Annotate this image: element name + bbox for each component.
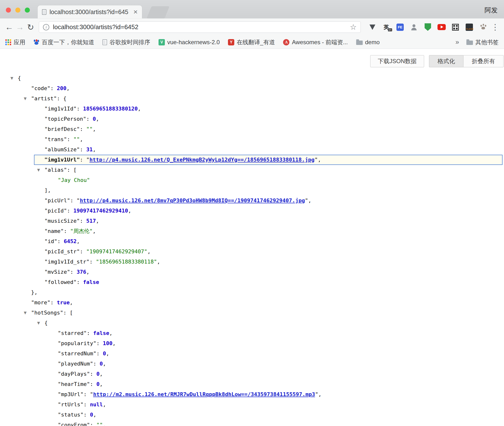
bookmark-item[interactable]: Y在线翻译_有道 (228, 38, 275, 46)
json-token: : (80, 218, 86, 224)
bookmark-item[interactable]: Vvue-hackernews-2.0 (159, 39, 220, 46)
json-token: : (70, 269, 77, 275)
other-bookmarks-button[interactable]: 其他书签 (466, 38, 499, 46)
close-window-button[interactable] (6, 8, 11, 13)
json-token: : (80, 146, 86, 153)
json-line: "Jay Chou" (0, 175, 504, 185)
reload-button[interactable]: ↻ (25, 22, 36, 32)
tab-close-icon[interactable]: × (133, 8, 138, 16)
json-url-link[interactable]: http://m2.music.126.net/RMJR7wDullRqppBk… (93, 391, 315, 397)
menu-kebab-icon[interactable]: ⋮ (491, 22, 499, 32)
json-token: "img1v1Id" (44, 106, 76, 112)
extension-button[interactable]: 英en (382, 23, 390, 31)
json-line: "img1v1Id": 18569651883380120, (0, 104, 504, 114)
bookmarks-bar: 应用百度一下，你就知道谷歌按时间排序Vvue-hackernews-2.0Y在线… (0, 36, 504, 49)
json-token: : (57, 95, 63, 102)
extension-button[interactable] (424, 23, 432, 31)
json-token: 0 (90, 412, 93, 418)
json-line: "playedNum": 0, (0, 359, 504, 369)
bookmark-item[interactable]: 谷歌按时间排序 (102, 38, 150, 46)
bookmark-label: 在线翻译_有道 (237, 38, 275, 46)
json-line: "starredNum": 0, (0, 349, 504, 359)
json-token: 376 (76, 269, 86, 275)
bookmarks-items: 应用百度一下，你就知道谷歌按时间排序Vvue-hackernews-2.0Y在线… (5, 38, 455, 46)
json-line: "topicPerson": 0, (0, 114, 504, 124)
json-token: , (93, 412, 96, 418)
json-token: , (157, 259, 160, 265)
collapse-triangle-icon[interactable]: ▼ (24, 94, 27, 104)
json-token: "img1v1Id_str" (44, 259, 89, 265)
site-info-icon[interactable]: i (43, 24, 49, 30)
address-bar[interactable]: i localhost:3000/artists?id=6452 ☆ (39, 21, 361, 33)
bookmark-label: demo (365, 39, 380, 46)
json-line: "img1v1Url": "http://p4.music.126.net/Q_… (34, 155, 503, 165)
extension-button[interactable] (437, 23, 446, 31)
format-button[interactable]: 格式化 (429, 55, 463, 67)
json-token: "popularity" (58, 340, 96, 346)
json-token: 6452 (64, 238, 76, 244)
json-line: "hearTime": 0, (0, 379, 504, 389)
json-token: 0 (93, 116, 96, 122)
bookmark-star-icon[interactable]: ☆ (350, 23, 357, 32)
json-token: "rtUrls" (58, 401, 84, 408)
page-favicon-icon (42, 9, 46, 15)
flag-extension-icon (370, 25, 375, 30)
json-token: "hotSongs" (31, 310, 63, 316)
json-token: " (315, 157, 318, 163)
bookmark-item[interactable]: 应用 (5, 38, 25, 46)
json-token: { (63, 95, 66, 102)
collapse-all-button[interactable]: 折叠所有 (463, 55, 504, 67)
json-line: ▼{ (0, 73, 504, 83)
collapse-triangle-icon[interactable]: ▼ (37, 165, 40, 175)
bookmark-item[interactable]: 百度一下，你就知道 (34, 38, 94, 46)
json-token: : (70, 197, 77, 204)
extension-button[interactable] (368, 23, 377, 31)
new-tab-button[interactable] (147, 6, 169, 18)
url-text[interactable]: localhost:3000/artists?id=6452 (53, 23, 346, 31)
json-token: : (67, 136, 74, 142)
json-token: : (76, 279, 83, 285)
folder-icon (466, 41, 473, 45)
bookmarks-overflow-chevron[interactable]: » (455, 38, 459, 46)
vue-icon: V (159, 39, 165, 45)
json-url-link[interactable]: http://p4.music.126.net/Q_ExePNkmgB2yWyL… (89, 157, 314, 163)
collapse-triangle-icon[interactable]: ▼ (10, 73, 13, 83)
back-button[interactable]: ← (4, 22, 15, 32)
minimize-window-button[interactable] (15, 8, 20, 13)
extension-button[interactable] (451, 23, 460, 31)
json-line: "albumSize": 31, (0, 145, 504, 155)
bookmark-label: vue-hackernews-2.0 (167, 39, 220, 46)
json-token: , (93, 146, 96, 153)
json-token: "albumSize" (44, 146, 80, 153)
json-line: "mp3Url": "http://m2.music.126.net/RMJR7… (0, 389, 504, 400)
json-token: , (112, 340, 116, 346)
json-token: , (103, 422, 106, 426)
json-token: , (106, 350, 109, 357)
json-token: : (90, 381, 96, 387)
json-token: "copyFrom" (58, 422, 90, 426)
json-token: : (93, 361, 100, 367)
json-token: false (93, 330, 109, 336)
bookmark-item[interactable]: demo (356, 39, 380, 46)
json-url-link[interactable]: http://p4.music.126.net/8mv7qP30Pd3oHW8b… (80, 197, 305, 204)
extension-button[interactable] (410, 23, 418, 31)
zoom-window-button[interactable] (25, 8, 30, 13)
download-json-button[interactable]: 下载JSON数据 (370, 55, 424, 67)
json-token: " (90, 391, 93, 397)
json-token: : (86, 116, 93, 122)
json-token: "musicSize" (44, 218, 80, 224)
extension-button[interactable] (465, 23, 473, 31)
player-extension-icon (466, 24, 473, 31)
json-token: , (147, 248, 151, 255)
profile-name[interactable]: 阿发 (485, 6, 498, 15)
json-token: , (103, 401, 106, 408)
bookmark-item[interactable]: AAwesomes - 前端资... (283, 38, 348, 46)
json-token: , (70, 299, 73, 306)
collapse-triangle-icon[interactable]: ▼ (24, 308, 27, 318)
browser-tab[interactable]: localhost:3000/artists?id=645 × (38, 5, 142, 18)
awesomes-icon: A (283, 39, 289, 45)
json-token: "picId" (44, 208, 67, 214)
extension-button[interactable] (479, 23, 487, 31)
collapse-triangle-icon[interactable]: ▼ (37, 318, 40, 328)
extension-button[interactable]: FE (396, 23, 404, 31)
